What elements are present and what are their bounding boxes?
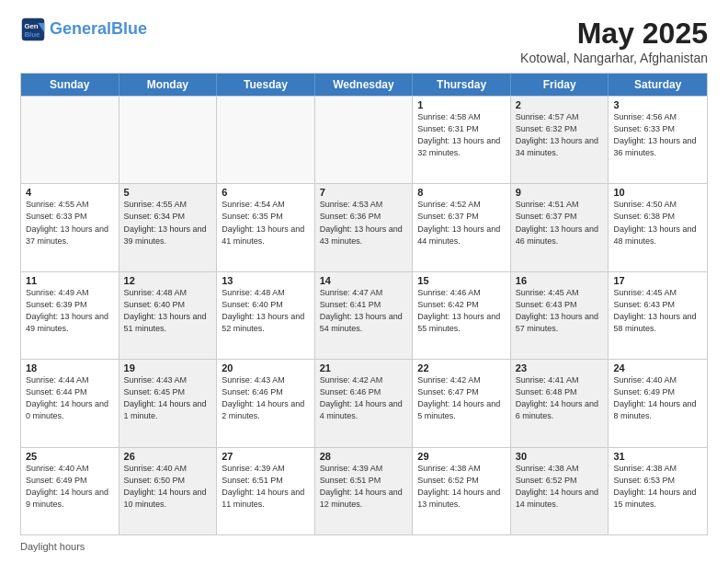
cell-text: Sunrise: 4:49 AM Sunset: 6:39 PM Dayligh… bbox=[26, 287, 114, 335]
logo-text: GeneralBlue bbox=[50, 20, 147, 39]
day-number: 19 bbox=[124, 362, 212, 373]
calendar-cell: 22Sunrise: 4:42 AM Sunset: 6:47 PM Dayli… bbox=[413, 360, 511, 446]
calendar-cell: 13Sunrise: 4:48 AM Sunset: 6:40 PM Dayli… bbox=[217, 272, 315, 359]
calendar-cell: 14Sunrise: 4:47 AM Sunset: 6:41 PM Dayli… bbox=[315, 272, 414, 359]
calendar-cell: 6Sunrise: 4:54 AM Sunset: 6:35 PM Daylig… bbox=[217, 184, 315, 270]
calendar-cell: 31Sunrise: 4:38 AM Sunset: 6:53 PM Dayli… bbox=[609, 448, 707, 534]
cell-text: Sunrise: 4:40 AM Sunset: 6:50 PM Dayligh… bbox=[124, 463, 212, 511]
day-number: 31 bbox=[613, 451, 702, 462]
footer: Daylight hours bbox=[20, 541, 708, 552]
logo-icon: Gen Blue bbox=[20, 17, 46, 42]
day-number: 25 bbox=[26, 451, 114, 462]
day-number: 6 bbox=[222, 187, 310, 198]
calendar-header-cell: Thursday bbox=[413, 74, 511, 96]
header: Gen Blue GeneralBlue May 2025 Kotowal, N… bbox=[20, 17, 708, 65]
cell-text: Sunrise: 4:51 AM Sunset: 6:37 PM Dayligh… bbox=[516, 199, 604, 247]
day-number: 13 bbox=[222, 275, 310, 286]
cell-text: Sunrise: 4:57 AM Sunset: 6:32 PM Dayligh… bbox=[516, 111, 604, 159]
cell-text: Sunrise: 4:52 AM Sunset: 6:37 PM Dayligh… bbox=[417, 199, 506, 247]
logo-blue: Blue bbox=[111, 19, 147, 38]
day-number: 9 bbox=[516, 187, 604, 198]
cell-text: Sunrise: 4:45 AM Sunset: 6:43 PM Dayligh… bbox=[613, 287, 702, 335]
day-number: 15 bbox=[417, 275, 506, 286]
cell-text: Sunrise: 4:55 AM Sunset: 6:33 PM Dayligh… bbox=[26, 199, 114, 247]
calendar-cell: 7Sunrise: 4:53 AM Sunset: 6:36 PM Daylig… bbox=[315, 184, 414, 270]
calendar-header-cell: Tuesday bbox=[217, 74, 315, 96]
day-number: 29 bbox=[417, 451, 506, 462]
calendar-cell: 21Sunrise: 4:42 AM Sunset: 6:46 PM Dayli… bbox=[315, 360, 414, 446]
calendar-cell: 28Sunrise: 4:39 AM Sunset: 6:51 PM Dayli… bbox=[315, 448, 414, 534]
calendar-cell bbox=[315, 97, 414, 183]
logo: Gen Blue GeneralBlue bbox=[20, 17, 147, 42]
cell-text: Sunrise: 4:41 AM Sunset: 6:48 PM Dayligh… bbox=[516, 374, 604, 422]
calendar-week: 11Sunrise: 4:49 AM Sunset: 6:39 PM Dayli… bbox=[21, 271, 707, 359]
calendar-cell: 8Sunrise: 4:52 AM Sunset: 6:37 PM Daylig… bbox=[413, 184, 511, 270]
cell-text: Sunrise: 4:56 AM Sunset: 6:33 PM Dayligh… bbox=[613, 111, 702, 159]
cell-text: Sunrise: 4:39 AM Sunset: 6:51 PM Dayligh… bbox=[222, 463, 310, 511]
day-number: 10 bbox=[613, 187, 702, 198]
calendar-cell: 12Sunrise: 4:48 AM Sunset: 6:40 PM Dayli… bbox=[119, 272, 218, 359]
cell-text: Sunrise: 4:42 AM Sunset: 6:46 PM Dayligh… bbox=[320, 374, 408, 422]
calendar-body: 1Sunrise: 4:58 AM Sunset: 6:31 PM Daylig… bbox=[21, 96, 707, 534]
cell-text: Sunrise: 4:46 AM Sunset: 6:42 PM Dayligh… bbox=[417, 287, 506, 335]
calendar-cell: 17Sunrise: 4:45 AM Sunset: 6:43 PM Dayli… bbox=[609, 272, 707, 359]
calendar-cell: 23Sunrise: 4:41 AM Sunset: 6:48 PM Dayli… bbox=[511, 360, 609, 446]
calendar-cell bbox=[217, 97, 315, 183]
day-number: 23 bbox=[516, 362, 604, 373]
calendar-cell: 16Sunrise: 4:45 AM Sunset: 6:43 PM Dayli… bbox=[511, 272, 609, 359]
calendar-cell: 19Sunrise: 4:43 AM Sunset: 6:45 PM Dayli… bbox=[119, 360, 218, 446]
calendar-cell: 3Sunrise: 4:56 AM Sunset: 6:33 PM Daylig… bbox=[609, 97, 707, 183]
calendar-cell bbox=[119, 97, 218, 183]
day-number: 30 bbox=[516, 451, 604, 462]
cell-text: Sunrise: 4:40 AM Sunset: 6:49 PM Dayligh… bbox=[613, 374, 702, 422]
calendar-cell: 5Sunrise: 4:55 AM Sunset: 6:34 PM Daylig… bbox=[119, 184, 218, 270]
calendar-week: 4Sunrise: 4:55 AM Sunset: 6:33 PM Daylig… bbox=[21, 183, 707, 270]
svg-text:Blue: Blue bbox=[24, 30, 40, 39]
calendar-cell: 1Sunrise: 4:58 AM Sunset: 6:31 PM Daylig… bbox=[413, 97, 511, 183]
day-number: 20 bbox=[222, 362, 310, 373]
cell-text: Sunrise: 4:48 AM Sunset: 6:40 PM Dayligh… bbox=[124, 287, 212, 335]
subtitle: Kotowal, Nangarhar, Afghanistan bbox=[520, 51, 708, 65]
calendar-week: 1Sunrise: 4:58 AM Sunset: 6:31 PM Daylig… bbox=[21, 96, 707, 183]
day-number: 7 bbox=[320, 187, 408, 198]
page: Gen Blue GeneralBlue May 2025 Kotowal, N… bbox=[0, 0, 728, 563]
cell-text: Sunrise: 4:38 AM Sunset: 6:52 PM Dayligh… bbox=[417, 463, 506, 511]
calendar-cell: 18Sunrise: 4:44 AM Sunset: 6:44 PM Dayli… bbox=[21, 360, 119, 446]
calendar-cell bbox=[21, 97, 119, 183]
title-block: May 2025 Kotowal, Nangarhar, Afghanistan bbox=[520, 17, 708, 65]
calendar-cell: 24Sunrise: 4:40 AM Sunset: 6:49 PM Dayli… bbox=[609, 360, 707, 446]
cell-text: Sunrise: 4:39 AM Sunset: 6:51 PM Dayligh… bbox=[320, 463, 408, 511]
calendar-cell: 2Sunrise: 4:57 AM Sunset: 6:32 PM Daylig… bbox=[511, 97, 609, 183]
cell-text: Sunrise: 4:58 AM Sunset: 6:31 PM Dayligh… bbox=[417, 111, 506, 159]
day-number: 12 bbox=[124, 275, 212, 286]
calendar-header-cell: Sunday bbox=[21, 74, 119, 96]
cell-text: Sunrise: 4:38 AM Sunset: 6:52 PM Dayligh… bbox=[516, 463, 604, 511]
cell-text: Sunrise: 4:53 AM Sunset: 6:36 PM Dayligh… bbox=[320, 199, 408, 247]
calendar-week: 18Sunrise: 4:44 AM Sunset: 6:44 PM Dayli… bbox=[21, 359, 707, 446]
cell-text: Sunrise: 4:44 AM Sunset: 6:44 PM Dayligh… bbox=[26, 374, 114, 422]
calendar-week: 25Sunrise: 4:40 AM Sunset: 6:49 PM Dayli… bbox=[21, 447, 707, 534]
cell-text: Sunrise: 4:38 AM Sunset: 6:53 PM Dayligh… bbox=[613, 463, 702, 511]
calendar-cell: 29Sunrise: 4:38 AM Sunset: 6:52 PM Dayli… bbox=[413, 448, 511, 534]
day-number: 27 bbox=[222, 451, 310, 462]
cell-text: Sunrise: 4:55 AM Sunset: 6:34 PM Dayligh… bbox=[124, 199, 212, 247]
logo-general: General bbox=[50, 19, 111, 38]
calendar-header-cell: Friday bbox=[511, 74, 609, 96]
day-number: 1 bbox=[417, 99, 506, 110]
calendar-cell: 26Sunrise: 4:40 AM Sunset: 6:50 PM Dayli… bbox=[119, 448, 218, 534]
calendar-header-cell: Wednesday bbox=[315, 74, 414, 96]
svg-text:Gen: Gen bbox=[24, 22, 38, 30]
calendar-header-cell: Monday bbox=[119, 74, 218, 96]
cell-text: Sunrise: 4:43 AM Sunset: 6:45 PM Dayligh… bbox=[124, 374, 212, 422]
calendar-cell: 25Sunrise: 4:40 AM Sunset: 6:49 PM Dayli… bbox=[21, 448, 119, 534]
day-number: 3 bbox=[613, 99, 702, 110]
cell-text: Sunrise: 4:50 AM Sunset: 6:38 PM Dayligh… bbox=[613, 199, 702, 247]
cell-text: Sunrise: 4:42 AM Sunset: 6:47 PM Dayligh… bbox=[417, 374, 506, 422]
day-number: 18 bbox=[26, 362, 114, 373]
day-number: 14 bbox=[320, 275, 408, 286]
cell-text: Sunrise: 4:43 AM Sunset: 6:46 PM Dayligh… bbox=[222, 374, 310, 422]
day-number: 11 bbox=[26, 275, 114, 286]
calendar-cell: 9Sunrise: 4:51 AM Sunset: 6:37 PM Daylig… bbox=[511, 184, 609, 270]
daylight-label: Daylight hours bbox=[20, 541, 85, 552]
calendar-cell: 11Sunrise: 4:49 AM Sunset: 6:39 PM Dayli… bbox=[21, 272, 119, 359]
